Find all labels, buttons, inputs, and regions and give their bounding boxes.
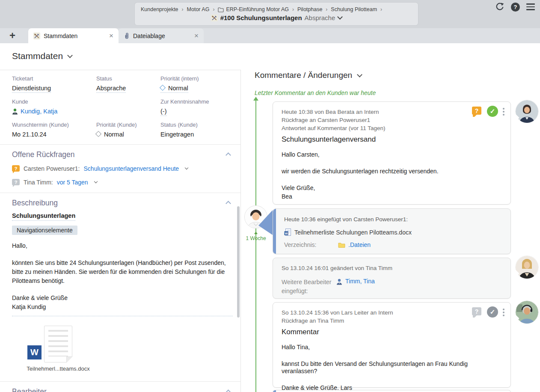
rueckfrage-link[interactable]: Schulungsunterlagenversand Heute — [84, 165, 179, 172]
field-value[interactable]: Absprache — [96, 85, 126, 93]
rueckfrage-link[interactable]: vor 5 Tagen — [57, 179, 88, 186]
close-icon[interactable]: × — [109, 32, 113, 40]
breadcrumb-item[interactable]: Kundenprojekte — [141, 6, 178, 12]
tag-chip[interactable]: Navigationselemente — [12, 226, 77, 235]
topbar-actions: ? — [495, 2, 535, 12]
chevron-down-icon[interactable] — [67, 53, 73, 58]
field-spacer — [96, 98, 160, 116]
comment-card[interactable]: So 13.10.24 15:36 von Lars Leiter an Int… — [273, 302, 511, 388]
add-tab-button[interactable]: + — [9, 30, 15, 42]
comment-card[interactable]: Heute 10:38 von Bea Berata an Intern Rüc… — [273, 101, 511, 205]
breadcrumb-item[interactable]: ERP-Einführung Motor AG — [226, 6, 289, 12]
chevron-down-icon[interactable] — [185, 166, 188, 169]
comment-body-line: wir werden die Schulungsunterlagen recht… — [282, 168, 502, 175]
field-value[interactable]: Kundig, Katja — [12, 108, 57, 115]
card-accent-bar — [273, 209, 276, 254]
menu-icon[interactable] — [526, 3, 535, 10]
question-bubble-icon: ? — [12, 179, 20, 185]
priority-diamond-icon — [95, 131, 101, 137]
help-icon[interactable]: ? — [511, 3, 520, 12]
avatar-bea — [516, 100, 538, 123]
breadcrumb-separator: › — [380, 6, 382, 12]
comment-meta: Antwortet auf Kommentar (vor 11 Tagen) — [282, 124, 502, 132]
section-title: Beschreibung — [12, 199, 228, 208]
timeline-duration-label: 1 Woche — [245, 235, 267, 241]
folder-icon — [218, 7, 224, 12]
change-meta: Heute 10:36 eingefügt von Carsten Poweru… — [284, 215, 502, 223]
breadcrumb-item[interactable]: Schulung Pilotteam — [331, 6, 377, 12]
comment-body-line: Viele Grüße, — [282, 184, 502, 192]
chevron-down-icon[interactable] — [94, 179, 97, 183]
file-name[interactable]: Teilnehmerliste Schulungen Pilotteams.do… — [294, 229, 412, 236]
comment-body-line: Bea — [282, 193, 502, 200]
question-bubble-icon: ? — [472, 307, 481, 315]
breadcrumb-card: Kundenprojekte › Motor AG › ERP-Einführu… — [135, 3, 418, 25]
field-value[interactable]: Normal — [160, 85, 188, 93]
check-circle-icon[interactable]: ✓ — [487, 106, 498, 117]
comments-title[interactable]: Kommentare / Änderungen — [255, 71, 362, 80]
change-card[interactable]: Heute 10:36 eingefügt von Carsten Poweru… — [273, 208, 511, 254]
description-text[interactable]: Hallo, könnten Sie uns bitte 24 Schulung… — [12, 241, 233, 316]
comment-body-line: kannst Du bitte den Versand der Schulung… — [282, 360, 502, 375]
comment-meta: Rückfrage an Carsten Poweruser1 — [282, 116, 502, 124]
rueckfrage-author: Tina Timm: — [24, 179, 53, 186]
more-options-icon[interactable] — [502, 308, 505, 317]
field-label: Wunschtermin (Kunde) — [12, 122, 96, 128]
field-label: Status (Kunde) — [160, 122, 232, 128]
tab-label: Dateiablage — [133, 33, 191, 39]
field-value: Eingetragen — [160, 131, 194, 138]
description-paragraph: Danke & viele Grüße — [12, 294, 233, 303]
section-bearbeiter: Bearbeiter Hauptbearbeiter — [0, 382, 240, 392]
tab-stammdaten[interactable]: Stammdaten × — [28, 28, 119, 43]
tab-bar: + Stammdaten × Dateiablage × — [0, 28, 540, 43]
last-comment-note: Letzter Kommentar an den Kunden war heut… — [255, 89, 376, 96]
field-value[interactable]: Dienstleistung — [12, 85, 51, 93]
directory-row: Verzeichnis: .Dateien — [284, 241, 502, 248]
person-link[interactable]: Timm, Tina — [345, 278, 375, 285]
paperclip-icon — [124, 32, 130, 39]
comment-body-line: Hallo Tina, — [282, 344, 502, 351]
description-paragraph: Katja Kundig — [12, 303, 233, 312]
ticket-header[interactable]: #100 Schulungsunterlagen Absprache — [135, 14, 418, 21]
check-circle-icon[interactable]: ✓ — [487, 306, 498, 318]
comment-title: Kommentar — [282, 328, 502, 336]
question-bubble-icon: ? — [472, 107, 481, 115]
page-title[interactable]: Stammdaten — [12, 51, 72, 61]
priority-diamond-icon — [160, 85, 166, 91]
tools-icon — [33, 33, 40, 39]
comment-meta: Rückfrage an Tina Timm — [282, 317, 502, 325]
field-label: Priorität (intern) — [160, 75, 232, 82]
chevron-down-icon[interactable] — [337, 14, 343, 20]
breadcrumb-item[interactable]: Pilotphase — [297, 6, 322, 12]
section-title: Bearbeiter — [12, 387, 228, 392]
field-label: Ticketart — [12, 75, 96, 82]
description-subject[interactable]: Schulungsunterlagen — [12, 212, 75, 221]
top-header-bar: Kundenprojekte › Motor AG › ERP-Einführu… — [0, 0, 540, 28]
avatar-tina — [516, 256, 538, 279]
field-kenntnisnahme: Zur Kenntnisnahme (-) — [160, 98, 232, 116]
field-value[interactable]: (-) — [160, 108, 167, 116]
comment-title: Schulungsunterlagenversand — [282, 135, 502, 144]
comment-body-line: Hallo Carsten, — [282, 151, 502, 158]
change-detail-row: Weitere Bearbeiter eingefügt: Timm, Tina — [282, 278, 502, 296]
description-paragraph: Hallo, — [12, 241, 233, 250]
scrollbar-thumb[interactable] — [237, 206, 240, 318]
file-row[interactable]: W Teilnehmerliste Schulungen Pilotteams.… — [284, 229, 502, 236]
stammdaten-panel: Ticketart Dienstleistung Status Absprach… — [0, 70, 241, 392]
tab-dateiablage[interactable]: Dateiablage × — [119, 28, 204, 43]
breadcrumb-item[interactable]: Motor AG — [187, 6, 210, 12]
directory-link[interactable]: .Dateien — [348, 241, 371, 248]
attachment[interactable]: W Teilnehmerl...tteams.docx — [24, 326, 92, 372]
word-icon: W — [27, 345, 42, 359]
breadcrumb-separator: › — [213, 6, 214, 12]
change-value[interactable]: Timm, Tina — [336, 278, 375, 296]
refresh-icon[interactable] — [495, 2, 504, 12]
chevron-down-icon[interactable] — [357, 72, 362, 77]
word-document-thumbnail — [44, 326, 72, 362]
section-title: Offene Rückfragen — [12, 150, 228, 159]
more-options-icon[interactable] — [502, 107, 505, 116]
close-icon[interactable]: × — [194, 32, 199, 40]
change-card[interactable]: So 13.10.24 16:01 geändert von Tina Timm… — [273, 258, 511, 299]
ticket-status[interactable]: Absprache — [305, 14, 335, 21]
comment-meta: Heute 10:38 von Bea Berata an Intern — [282, 108, 502, 116]
